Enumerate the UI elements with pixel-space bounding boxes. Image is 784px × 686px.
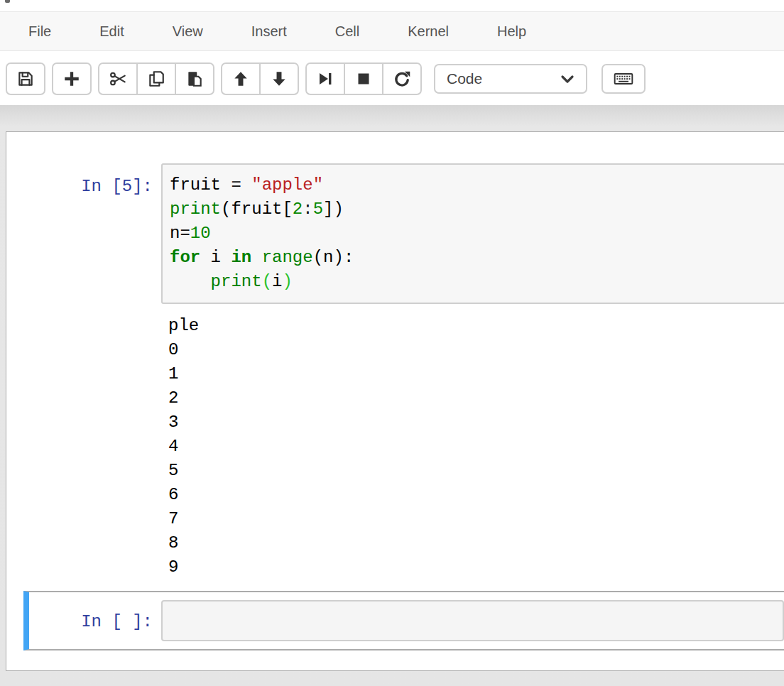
menu-help[interactable]: Help [497,23,526,40]
code-editor[interactable]: fruit = "apple"print(fruit[2:5])n=10for … [161,163,784,304]
menu-bar: File Edit View Insert Cell Kernel Help [0,11,784,51]
move-down-icon [270,70,288,88]
selected-code-cell[interactable]: In [ ]: [23,591,784,650]
input-prompt: In [ ]: [29,600,161,641]
menu-file[interactable]: File [28,23,51,40]
cell-type-selector[interactable]: Code [434,64,587,94]
output-row: ple 0 1 2 3 4 5 6 7 8 9 [6,314,784,579]
paste-icon [185,70,204,88]
notebook-container: In [5]: fruit = "apple"print(fruit[2:5])… [6,131,784,671]
add-cell-icon [62,70,81,88]
run-cell-button[interactable] [305,62,345,95]
move-up-icon [232,70,250,88]
code-editor-empty[interactable] [161,600,784,641]
menu-cell[interactable]: Cell [335,23,359,40]
move-cell-up-button[interactable] [221,62,261,95]
notebook-background: In [5]: fruit = "apple"print(fruit[2:5])… [0,105,784,686]
paste-cell-button[interactable] [175,62,214,95]
restart-icon [393,70,411,88]
input-prompt: In [5]: [6,163,161,304]
chevron-down-icon [559,70,576,87]
menu-view[interactable]: View [173,23,203,40]
save-icon [16,70,35,88]
interrupt-kernel-button[interactable] [344,62,383,95]
command-palette-button[interactable] [601,64,646,94]
menu-edit[interactable]: Edit [99,23,124,40]
menu-insert[interactable]: Insert [251,23,287,40]
run-icon [317,70,334,87]
logo-fragment [5,0,10,3]
menu-kernel[interactable]: Kernel [408,23,449,40]
restart-kernel-button[interactable] [382,62,422,95]
keyboard-icon [613,70,634,88]
toolbar: Code [0,52,784,105]
cell-output[interactable]: ple 0 1 2 3 4 5 6 7 8 9 [161,314,784,579]
save-button[interactable] [6,62,45,95]
code-cell[interactable]: In [5]: fruit = "apple"print(fruit[2:5])… [6,163,784,304]
output-prompt-spacer [6,314,161,579]
cut-cell-button[interactable] [98,62,138,95]
interrupt-icon [355,70,372,87]
cell-type-value: Code [447,70,482,87]
insert-cell-below-button[interactable] [52,62,92,95]
cut-icon [109,70,127,88]
copy-cell-button[interactable] [136,62,176,95]
move-cell-down-button[interactable] [259,62,299,95]
copy-icon [147,70,165,88]
